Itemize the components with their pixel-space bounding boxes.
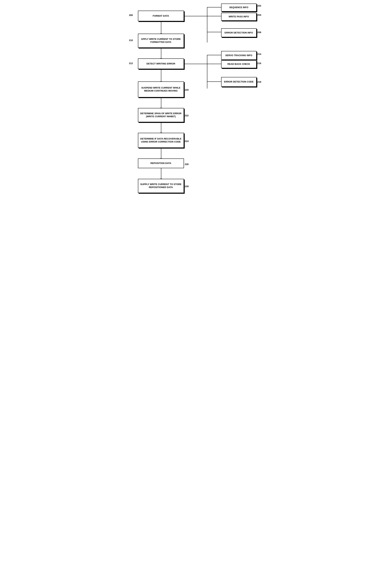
arrow-format-to-apply: [161, 21, 161, 34]
ref-204: 204: [258, 14, 261, 16]
sequence-info-box: SEQUENCE INFO: [221, 3, 257, 11]
format-data-box: FORMAT DATA: [138, 11, 184, 21]
determine-span-box: DETERMINE SPAN OF WRITE ERROR (WRITE CUR…: [138, 108, 184, 122]
arrow-recoverable-to-reposition: [161, 148, 161, 159]
line-to-readback: [207, 64, 221, 64]
arrow-suspend-to-span: [161, 98, 161, 108]
ref-228: 228: [185, 185, 189, 188]
arrow-reposition-to-supply: [161, 168, 161, 179]
ref-226: 226: [185, 163, 189, 165]
apply-write-box: APPLY WRITE CURRENT TO STORE FORMATTED D…: [138, 34, 184, 48]
detect-error-box: DETECT WRITING ERROR: [138, 59, 184, 69]
error-detection-code-box: ERROR DETECTION CODE: [221, 77, 257, 87]
ref-222: 222: [185, 114, 189, 117]
servo-tracking-box: SERVO TRACKING INFO: [221, 51, 257, 60]
line-to-seq: [207, 7, 221, 7]
ref-224: 224: [185, 140, 189, 142]
ref-216: 216: [258, 62, 261, 65]
line-right-vert2: [207, 7, 207, 33]
read-back-box: READ BACK CHECK: [221, 60, 257, 68]
ref-218: 218: [258, 81, 261, 83]
line-to-write-pass: [207, 16, 221, 16]
line-detect-vert2: [207, 64, 207, 82]
flowchart-diagram: 200 FORMAT DATA SEQUENCE INFO 202 WRITE …: [127, 3, 262, 216]
ref-220: 220: [185, 89, 189, 91]
line-to-servo: [207, 55, 221, 55]
determine-recoverable-box: DETERMINE IF DATA RECOVERABLE USING ERRO…: [138, 133, 184, 148]
line-detect-right: [184, 64, 207, 64]
ref-200: 200: [129, 14, 133, 16]
ref-214: 214: [258, 53, 261, 55]
ref-212: 212: [129, 62, 133, 65]
line-to-error-det: [207, 32, 221, 32]
ref-206: 206: [258, 31, 261, 34]
reposition-data-box: REPOSITION DATA: [138, 159, 184, 168]
line-to-errcode: [207, 81, 221, 82]
ref-210: 210: [129, 39, 133, 42]
arrow-apply-to-detect: [161, 48, 161, 59]
error-detection-info-box: ERROR DETECTION INFO: [221, 28, 257, 37]
arrow-detect-to-suspend: [161, 69, 161, 81]
suspend-write-box: SUSPEND WRITE CURRENT WHILE MEDIUM CONTI…: [138, 81, 184, 98]
ref-202: 202: [258, 4, 261, 7]
arrow-span-to-recoverable: [161, 122, 161, 133]
supply-write-box: SUPPLY WRITE CURRENT TO STORE REPOSITION…: [138, 179, 184, 193]
line-format-right: [184, 16, 207, 16]
write-pass-info-box: WRITE PASS INFO: [221, 13, 257, 21]
